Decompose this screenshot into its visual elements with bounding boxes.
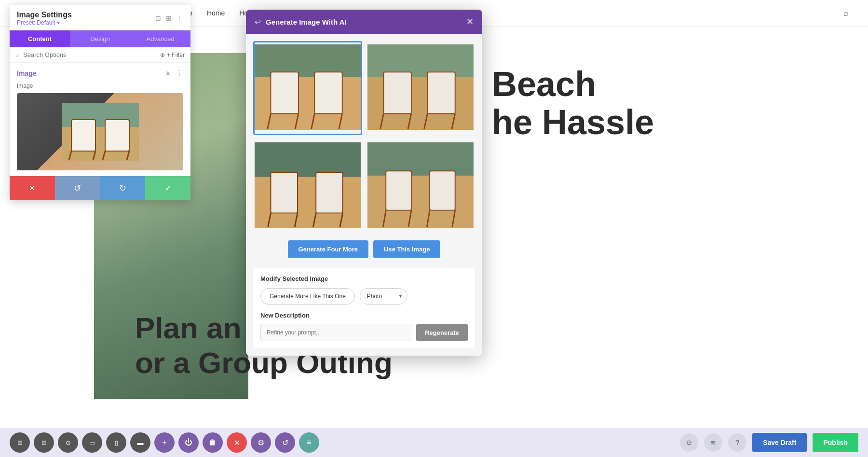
bottom-toolbar: ⊞ ⊟ ⊙ ▭ ▯ ▬ + ⏻ 🗑 ✕ ⚙ ↺ ≡ ⊙ ≋ ? Save Dra… (0, 428, 868, 457)
page-heading-area: Beach he Hassle sto aliquet, quis vehicu… (492, 65, 654, 141)
modal-title-area: ↩ Generate Image With AI (255, 17, 347, 27)
generate-more-like-button[interactable]: Generate More Like This One (260, 288, 355, 305)
grid-image-3-svg (255, 140, 361, 230)
panel-expand-icon[interactable]: ⊞ (166, 14, 172, 22)
svg-rect-5 (105, 120, 129, 151)
ai-action-buttons: Generate Four More Use This Image (253, 240, 475, 258)
nav-search-icon[interactable]: ⌕ (843, 8, 849, 18)
generate-four-more-button[interactable]: Generate Four More (288, 240, 369, 258)
panel-resize-icon[interactable]: ⊡ (155, 14, 161, 22)
image-settings-panel: Image Settings Preset: Default ▾ ⊡ ⊞ ⋮ C… (10, 5, 190, 200)
image-preview-box[interactable] (17, 93, 183, 170)
search-options-input[interactable] (23, 51, 156, 58)
toolbar-left: ⊞ ⊟ ⊙ ▭ ▯ ▬ + ⏻ 🗑 ✕ ⚙ ↺ ≡ (10, 432, 319, 453)
search-tool-button[interactable]: ⊙ (58, 432, 78, 453)
section-more-icon[interactable]: ⋮ (176, 69, 183, 78)
svg-rect-29 (271, 172, 297, 213)
regenerate-button[interactable]: Regenerate (416, 324, 468, 341)
toolbar-right: ⊙ ≋ ? Save Draft Publish (680, 433, 858, 452)
layout-icon-button[interactable]: ⊞ (10, 432, 30, 453)
desktop-view-button[interactable]: ▬ (130, 432, 150, 453)
menu-button[interactable]: ≡ (299, 432, 319, 453)
tab-advanced[interactable]: Advanced (130, 30, 190, 47)
svg-rect-11 (271, 72, 298, 113)
filter-right-button[interactable]: ≋ (704, 433, 722, 452)
close-element-button[interactable]: ✕ (227, 432, 247, 453)
panel-header: Image Settings Preset: Default ▾ ⊡ ⊞ ⋮ (10, 5, 190, 30)
tab-content[interactable]: Content (10, 30, 70, 47)
section-icons: ▲ ⋮ (164, 69, 183, 78)
grid-image-4-svg (367, 140, 474, 230)
publish-button[interactable]: Publish (813, 433, 858, 452)
power-button[interactable]: ⏻ (178, 432, 199, 453)
tab-design[interactable]: Design (70, 30, 130, 47)
save-draft-button[interactable]: Save Draft (752, 433, 807, 452)
new-description-title: New Description (260, 312, 468, 319)
prompt-row: Regenerate (260, 324, 468, 341)
ai-generate-modal: ↩ Generate Image With AI ✕ (246, 10, 482, 356)
section-collapse-icon[interactable]: ▲ (164, 69, 172, 78)
add-element-button[interactable]: + (154, 432, 175, 453)
svg-rect-2 (71, 120, 95, 151)
grid-image-1-svg (255, 42, 361, 132)
svg-rect-9 (255, 44, 361, 77)
modify-section: Modify Selected Image Generate More Like… (253, 268, 475, 348)
ai-grid-item-1[interactable] (253, 41, 362, 135)
modal-header: ↩ Generate Image With AI ✕ (246, 10, 482, 34)
svg-rect-20 (383, 72, 411, 113)
redo-button[interactable]: ↻ (100, 176, 146, 200)
svg-rect-32 (316, 172, 342, 213)
confirm-button[interactable]: ✓ (145, 176, 190, 200)
svg-rect-14 (314, 72, 342, 113)
svg-rect-38 (386, 171, 411, 210)
mobile-view-button[interactable]: ▯ (106, 432, 126, 453)
nav-item[interactable]: Home (207, 9, 225, 17)
modify-section-title: Modify Selected Image (260, 275, 468, 282)
use-this-image-button[interactable]: Use This Image (373, 240, 440, 258)
cancel-button[interactable]: ✕ (10, 176, 55, 200)
panel-menu-icon[interactable]: ⋮ (176, 14, 183, 22)
svg-rect-27 (255, 142, 361, 177)
section-header: Image ▲ ⋮ (17, 69, 183, 78)
panel-tabs: Content Design Advanced (10, 30, 190, 47)
ai-grid-item-4[interactable] (366, 139, 475, 233)
ai-grid-item-2[interactable] (366, 41, 475, 135)
panel-action-buttons: ✕ ↺ ↻ ✓ (10, 176, 190, 200)
style-select[interactable]: Photo Art Illustration Painting (360, 288, 407, 305)
modify-controls-row: Generate More Like This One Photo Art Il… (260, 288, 468, 305)
svg-rect-18 (367, 44, 474, 77)
heading-line1: Beach (492, 65, 654, 103)
heading-line2: he Hassle (492, 103, 654, 141)
panel-search-bar: ⌕ ⊕ + Filter (10, 47, 190, 63)
modal-title: Generate Image With AI (266, 18, 347, 26)
undo-button[interactable]: ↺ (55, 176, 100, 200)
grid-image-2-svg (367, 42, 474, 132)
history-button[interactable]: ↺ (275, 432, 295, 453)
tablet-view-button[interactable]: ▭ (82, 432, 102, 453)
filter-icon: ⊕ (160, 52, 165, 58)
delete-button[interactable]: 🗑 (203, 432, 223, 453)
svg-rect-36 (367, 142, 474, 176)
grid-icon-button[interactable]: ⊟ (34, 432, 54, 453)
svg-rect-37 (367, 176, 474, 228)
panel-title: Image Settings (17, 11, 72, 19)
ai-grid-item-3[interactable] (253, 139, 362, 233)
section-title: Image (17, 69, 36, 77)
chair-preview-svg (62, 103, 139, 161)
svg-rect-23 (427, 72, 455, 113)
svg-rect-41 (430, 171, 455, 210)
modal-back-icon[interactable]: ↩ (255, 17, 261, 27)
search-right-button[interactable]: ⊙ (680, 433, 698, 452)
filter-button[interactable]: ⊕ + Filter (160, 52, 185, 58)
settings-button[interactable]: ⚙ (251, 432, 271, 453)
image-label: Image (17, 83, 183, 89)
modal-close-button[interactable]: ✕ (466, 16, 474, 27)
search-icon: ⌕ (15, 51, 19, 58)
prompt-input[interactable] (260, 324, 412, 341)
panel-preset[interactable]: Preset: Default ▾ (17, 19, 72, 26)
help-button[interactable]: ? (728, 433, 746, 452)
style-select-wrapper: Photo Art Illustration Painting (360, 288, 407, 305)
panel-header-icons: ⊡ ⊞ ⋮ (155, 14, 183, 22)
modal-body: Generate Four More Use This Image Modify… (246, 34, 482, 356)
image-section: Image ▲ ⋮ Image (10, 63, 190, 176)
